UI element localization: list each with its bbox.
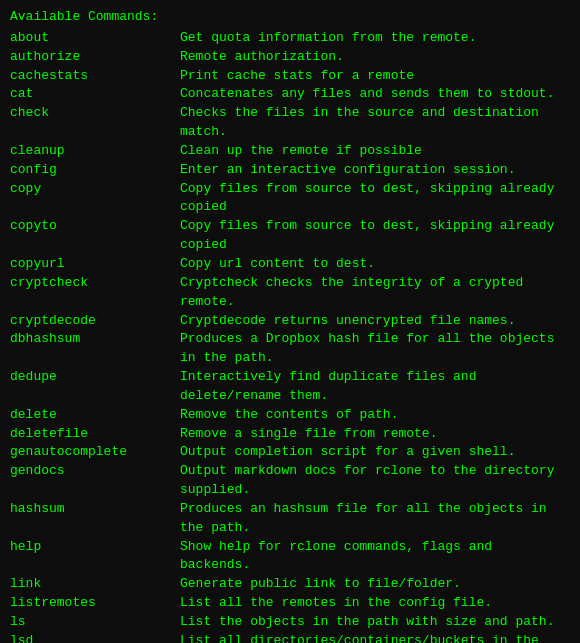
command-desc: List all the remotes in the config file.: [180, 594, 570, 613]
command-row: lsdList all directories/containers/bucke…: [10, 632, 570, 643]
terminal-window: Available Commands: aboutGet quota infor…: [10, 8, 570, 643]
command-row: cachestatsPrint cache stats for a remote: [10, 67, 570, 86]
command-row: aboutGet quota information from the remo…: [10, 29, 570, 48]
command-name: copyto: [10, 217, 180, 255]
command-row: copytoCopy files from source to dest, sk…: [10, 217, 570, 255]
command-row: authorizeRemote authorization.: [10, 48, 570, 67]
command-row: cleanupClean up the remote if possible: [10, 142, 570, 161]
command-name: cryptdecode: [10, 312, 180, 331]
command-desc: Interactively find duplicate files and d…: [180, 368, 570, 406]
command-desc: Produces an hashsum file for all the obj…: [180, 500, 570, 538]
command-name: cat: [10, 85, 180, 104]
command-desc: Copy files from source to dest, skipping…: [180, 217, 570, 255]
command-row: deleteRemove the contents of path.: [10, 406, 570, 425]
command-row: lsList the objects in the path with size…: [10, 613, 570, 632]
command-desc: Copy url content to dest.: [180, 255, 570, 274]
command-row: cryptcheckCryptcheck checks the integrit…: [10, 274, 570, 312]
command-name: dedupe: [10, 368, 180, 406]
command-name: help: [10, 538, 180, 576]
command-name: check: [10, 104, 180, 142]
command-desc: Enter an interactive configuration sessi…: [180, 161, 570, 180]
command-row: configEnter an interactive configuration…: [10, 161, 570, 180]
command-name: gendocs: [10, 462, 180, 500]
command-desc: Remove the contents of path.: [180, 406, 570, 425]
command-name: genautocomplete: [10, 443, 180, 462]
command-desc: Checks the files in the source and desti…: [180, 104, 570, 142]
command-desc: List the objects in the path with size a…: [180, 613, 570, 632]
command-name: cachestats: [10, 67, 180, 86]
command-name: deletefile: [10, 425, 180, 444]
command-desc: Remove a single file from remote.: [180, 425, 570, 444]
header: Available Commands:: [10, 8, 570, 27]
command-desc: Output completion script for a given she…: [180, 443, 570, 462]
command-row: checkChecks the files in the source and …: [10, 104, 570, 142]
command-name: hashsum: [10, 500, 180, 538]
command-name: delete: [10, 406, 180, 425]
command-row: dbhashsumProduces a Dropbox hash file fo…: [10, 330, 570, 368]
command-name: ls: [10, 613, 180, 632]
command-row: dedupeInteractively find duplicate files…: [10, 368, 570, 406]
command-row: linkGenerate public link to file/folder.: [10, 575, 570, 594]
command-name: config: [10, 161, 180, 180]
command-row: listremotesList all the remotes in the c…: [10, 594, 570, 613]
command-desc: Copy files from source to dest, skipping…: [180, 180, 570, 218]
command-row: copyurlCopy url content to dest.: [10, 255, 570, 274]
command-name: dbhashsum: [10, 330, 180, 368]
command-name: lsd: [10, 632, 180, 643]
command-name: link: [10, 575, 180, 594]
command-name: cryptcheck: [10, 274, 180, 312]
command-row: helpShow help for rclone commands, flags…: [10, 538, 570, 576]
command-name: cleanup: [10, 142, 180, 161]
command-desc: List all directories/containers/buckets …: [180, 632, 570, 643]
command-desc: Output markdown docs for rclone to the d…: [180, 462, 570, 500]
command-desc: Get quota information from the remote.: [180, 29, 570, 48]
command-desc: Print cache stats for a remote: [180, 67, 570, 86]
command-row: cryptdecodeCryptdecode returns unencrypt…: [10, 312, 570, 331]
command-row: deletefileRemove a single file from remo…: [10, 425, 570, 444]
command-row: catConcatenates any files and sends them…: [10, 85, 570, 104]
command-desc: Cryptcheck checks the integrity of a cry…: [180, 274, 570, 312]
command-row: copyCopy files from source to dest, skip…: [10, 180, 570, 218]
command-name: authorize: [10, 48, 180, 67]
command-desc: Concatenates any files and sends them to…: [180, 85, 570, 104]
command-desc: Produces a Dropbox hash file for all the…: [180, 330, 570, 368]
command-row: hashsumProduces an hashsum file for all …: [10, 500, 570, 538]
command-row: gendocsOutput markdown docs for rclone t…: [10, 462, 570, 500]
command-desc: Show help for rclone commands, flags and…: [180, 538, 570, 576]
command-desc: Cryptdecode returns unencrypted file nam…: [180, 312, 570, 331]
command-name: copy: [10, 180, 180, 218]
command-name: about: [10, 29, 180, 48]
command-desc: Generate public link to file/folder.: [180, 575, 570, 594]
command-name: listremotes: [10, 594, 180, 613]
command-table: aboutGet quota information from the remo…: [10, 29, 570, 643]
command-desc: Clean up the remote if possible: [180, 142, 570, 161]
command-name: copyurl: [10, 255, 180, 274]
command-desc: Remote authorization.: [180, 48, 570, 67]
command-row: genautocompleteOutput completion script …: [10, 443, 570, 462]
